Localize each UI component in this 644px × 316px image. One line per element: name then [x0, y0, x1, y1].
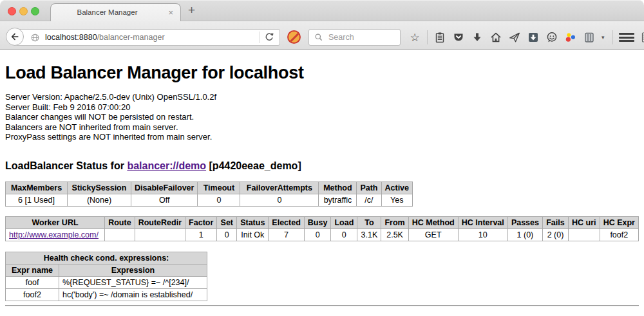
- hc-expr-cell: foof2: [600, 228, 638, 241]
- toolbar-separator: [427, 30, 428, 44]
- col-header: FailoverAttempts: [240, 181, 319, 194]
- navigation-toolbar: localhost:8880/balancer-manager ☆: [0, 21, 644, 50]
- expression-cell: %{REQUEST_STATUS} =~ /^[234]/: [59, 276, 207, 288]
- back-button[interactable]: [6, 28, 24, 46]
- hc-method-cell: GET: [408, 228, 458, 241]
- search-input[interactable]: [327, 32, 400, 42]
- pocket-icon[interactable]: [452, 31, 465, 44]
- col-header: HC Method: [408, 216, 458, 228]
- plugin-blocked-icon[interactable]: [287, 30, 301, 44]
- globe-icon: [30, 32, 41, 43]
- route-cell: [105, 228, 135, 241]
- window-zoom-button[interactable]: [31, 7, 39, 15]
- col-header: Load: [331, 216, 357, 228]
- url-path: /balancer-manager: [97, 33, 165, 42]
- send-plane-icon[interactable]: [508, 31, 521, 44]
- disablefailover-cell: Off: [131, 194, 198, 206]
- download-arrow-icon[interactable]: [471, 31, 484, 44]
- col-header: MaxMembers: [6, 181, 68, 194]
- table-title-row: Health check cond. expressions:: [6, 252, 207, 264]
- col-header: DisableFailover: [131, 181, 198, 194]
- table-row: foof %{REQUEST_STATUS} =~ /^[234]/: [6, 276, 207, 288]
- url-text[interactable]: localhost:8880/balancer-manager: [45, 33, 260, 42]
- tab-bar: Balancer Manager × +: [0, 0, 644, 21]
- bookmark-star-icon[interactable]: ☆: [408, 31, 421, 44]
- col-header: To: [357, 216, 381, 228]
- maxmembers-cell: 6 [1 Used]: [6, 194, 68, 206]
- busy-cell: 0: [304, 228, 331, 241]
- table-header-row: Expr name Expression: [6, 264, 207, 276]
- col-header: StickySession: [68, 181, 131, 194]
- window-minimize-button[interactable]: [19, 7, 28, 15]
- page-title: Load Balancer Manager for localhost: [5, 63, 639, 83]
- fails-cell: 2 (0): [542, 228, 568, 241]
- col-header: Expression: [59, 264, 207, 276]
- addon-download-square-icon[interactable]: [527, 31, 540, 44]
- worker-table: Worker URL Route RouteRedir Factor Set S…: [5, 216, 639, 241]
- browser-window: Balancer Manager × + localhost:8880/bala…: [0, 0, 644, 316]
- home-icon[interactable]: [489, 31, 502, 44]
- window-close-button[interactable]: [8, 7, 16, 15]
- col-header: Worker URL: [6, 216, 105, 228]
- status-heading-prefix: LoadBalancer Status for: [5, 160, 127, 171]
- chevron-down-icon[interactable]: ▾: [601, 34, 607, 41]
- col-header: Passes: [507, 216, 542, 228]
- tab-close-icon[interactable]: ×: [168, 8, 173, 17]
- url-divider: [260, 32, 260, 43]
- elected-cell: 7: [269, 228, 304, 241]
- timeout-cell: 0: [198, 194, 240, 206]
- container-addon-icon[interactable]: [583, 31, 596, 44]
- hc-interval-cell: 10: [458, 228, 507, 241]
- url-domain: localhost:8880: [45, 33, 97, 42]
- hc-uri-cell: [569, 228, 600, 241]
- status-heading-suffix: [p4420eeae_demo]: [206, 160, 301, 171]
- active-cell: Yes: [381, 194, 413, 206]
- set-cell: 0: [217, 228, 237, 241]
- balancers-notice-line: Balancers are NOT inherited from main se…: [5, 122, 639, 133]
- to-cell: 3.1K: [357, 228, 381, 241]
- new-tab-button[interactable]: +: [188, 3, 195, 17]
- expression-cell: hc('body') =~ /domain is established/: [59, 288, 207, 301]
- load-cell: 0: [331, 228, 357, 241]
- page-thumbnail-icon[interactable]: [640, 31, 644, 44]
- col-header: Method: [319, 181, 357, 194]
- col-header: Elected: [269, 216, 304, 228]
- stickysession-cell: (None): [68, 194, 131, 206]
- routeredir-cell: [135, 228, 185, 241]
- url-bar[interactable]: localhost:8880/balancer-manager: [15, 29, 280, 46]
- col-header: HC Expr: [600, 216, 638, 228]
- reload-icon[interactable]: [264, 32, 274, 42]
- method-cell: bytraffic: [319, 194, 357, 206]
- divider: [5, 305, 639, 306]
- col-header: Timeout: [198, 181, 240, 194]
- expr-name-cell: foof: [6, 276, 59, 288]
- menu-hamburger-icon[interactable]: [619, 31, 634, 44]
- col-header: Active: [381, 181, 413, 194]
- toolbar-icons: ☆: [408, 29, 644, 46]
- server-info: Server Version: Apache/2.5.0-dev (Unix) …: [5, 92, 639, 142]
- proxypass-notice-line: ProxyPass settings are NOT inherited fro…: [5, 132, 639, 142]
- col-header: Fails: [542, 216, 568, 228]
- col-header: Busy: [304, 216, 331, 228]
- expr-name-cell: foof2: [6, 288, 59, 301]
- table-row: foof2 hc('body') =~ /domain is establish…: [6, 288, 207, 301]
- worker-url-link[interactable]: http://www.example.com/: [9, 230, 99, 239]
- col-header: HC Interval: [458, 216, 507, 228]
- chat-smiley-icon[interactable]: [545, 31, 558, 44]
- path-cell: /c/: [357, 194, 381, 206]
- server-built-line: Server Built: Feb 9 2016 07:00:20: [5, 102, 639, 113]
- tab-title: Balancer Manager: [51, 8, 164, 16]
- col-header: Route: [105, 216, 135, 228]
- search-bar[interactable]: [308, 29, 401, 46]
- clipboard-icon[interactable]: [433, 31, 446, 44]
- balancer-demo-link[interactable]: balancer://demo: [127, 160, 206, 171]
- col-header: From: [381, 216, 408, 228]
- from-cell: 2.5K: [381, 228, 408, 241]
- colored-dots-addon-icon[interactable]: [564, 31, 577, 44]
- table-header-row: Worker URL Route RouteRedir Factor Set S…: [6, 216, 639, 228]
- status-cell: Init Ok: [237, 228, 269, 241]
- toolbar-separator: [612, 30, 613, 44]
- loadbalancer-status-heading: LoadBalancer Status for balancer://demo …: [5, 160, 639, 172]
- tab-balancer-manager[interactable]: Balancer Manager ×: [50, 3, 181, 21]
- factor-cell: 1: [185, 228, 217, 241]
